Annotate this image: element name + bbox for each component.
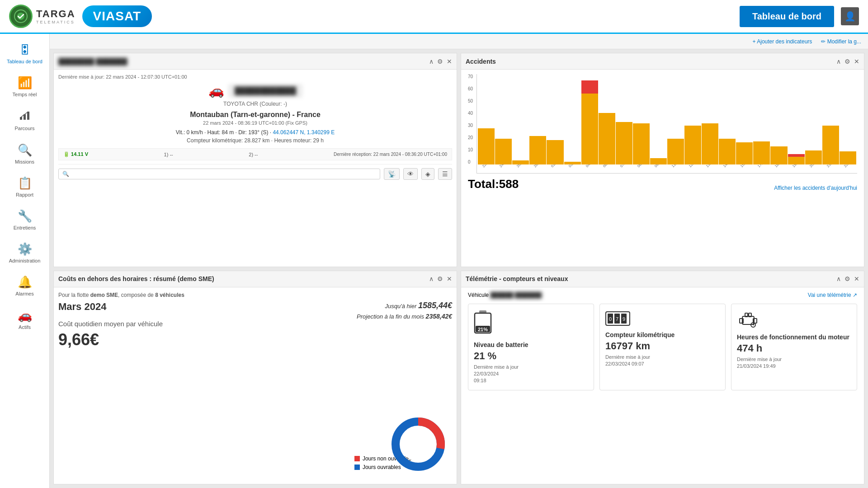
- accidents-close-icon[interactable]: ✕: [854, 58, 859, 65]
- vehicle-widget-title: ████████ ███████: [58, 58, 127, 65]
- parcours-icon: [19, 109, 31, 124]
- battery-card-sub: Dernière mise à jour 22/03/2024 09:18: [474, 364, 519, 385]
- odometer-card-value: 16797 km: [605, 340, 650, 352]
- costs-collapse-icon[interactable]: ∧: [429, 275, 434, 282]
- telemetry-body: Véhicule ██████ ███████ Vai une télémétr…: [461, 287, 864, 484]
- costs-header: Coûts en dehors des horaires : résumé (d…: [54, 271, 457, 287]
- telemetry-header: Télémétrie - compteurs et niveaux ∧ ⚙ ✕: [461, 271, 864, 287]
- sidebar: 🎛 Tableau de bord 📶 Temps réel Parcours …: [0, 34, 50, 488]
- battery-voltage: 14.11 V: [71, 151, 88, 157]
- telemetry-vehicle-row: Véhicule ██████ ███████ Vai une télémétr…: [468, 292, 857, 298]
- legend-red-dot: [354, 456, 360, 461]
- sidebar-item-temps-reel[interactable]: 📶 Temps réel: [0, 71, 49, 102]
- accidents-body: 70 60 50 40 30 20 10 0: [461, 70, 864, 267]
- y-axis: 70 60 50 40 30 20 10 0: [468, 74, 474, 174]
- sidebar-item-missions[interactable]: 🔍 Missions: [0, 139, 49, 169]
- telemetry-card-battery: 21% Niveau de batterie 21 % Dernière mis…: [468, 304, 594, 390]
- settings-icon[interactable]: ⚙: [437, 58, 443, 65]
- signal-button[interactable]: 📡: [384, 168, 400, 180]
- x-label-15: 15/03: [740, 164, 752, 168]
- admin-icon: ⚙️: [18, 242, 32, 256]
- targa-text-group: TARGA TELEMATICS: [36, 8, 75, 24]
- costs-title: Coûts en dehors des horaires : résumé (d…: [58, 275, 214, 282]
- x-label-9: 08/03: [637, 164, 649, 168]
- engine-icon: [737, 310, 760, 331]
- costs-projection: Jusqu'à hier 1585,44€ Projection à la fi…: [357, 301, 452, 320]
- tableau-de-bord-button[interactable]: Tableau de bord: [740, 6, 834, 27]
- x-label-5: 03/03: [568, 164, 580, 168]
- collapse-icon[interactable]: ∧: [429, 58, 434, 65]
- layers-button[interactable]: ◈: [421, 168, 434, 180]
- bar-yellow-9: [633, 123, 650, 164]
- sidebar-item-entretiens[interactable]: 🔧 Entretiens: [0, 205, 49, 235]
- sidebar-item-tableau-de-bord[interactable]: 🎛 Tableau de bord: [0, 38, 49, 69]
- legend-blue-dot: [354, 465, 360, 470]
- telemetry-close-icon[interactable]: ✕: [854, 275, 859, 282]
- accidents-widget: Accidents ∧ ⚙ ✕ 70 60 50 40: [461, 53, 864, 267]
- menu-button[interactable]: ☰: [438, 168, 452, 180]
- donut-chart: [389, 415, 448, 475]
- telemetry-settings-icon[interactable]: ⚙: [844, 275, 850, 282]
- accidents-settings-icon[interactable]: ⚙: [844, 58, 850, 65]
- bar-group-18: [788, 154, 805, 164]
- bar-yellow-17: [770, 146, 787, 164]
- accidents-link[interactable]: Afficher les accidents d'aujourd'hui: [774, 185, 857, 191]
- close-icon[interactable]: ✕: [447, 58, 452, 65]
- sidebar-item-parcours[interactable]: Parcours: [0, 104, 49, 136]
- y-label-0: 0: [468, 160, 473, 164]
- svg-rect-4: [27, 112, 29, 120]
- sidebar-item-alarmes[interactable]: 🔔 Alarmes: [0, 271, 49, 301]
- costs-body: Pour la flotte demo SME, composée de 8 v…: [54, 287, 457, 484]
- costs-settings-icon[interactable]: ⚙: [437, 275, 443, 282]
- odometer-icon: 0 7 9: [605, 310, 630, 329]
- header-right: Tableau de bord 👤: [740, 6, 859, 27]
- y-label-60: 60: [468, 86, 473, 91]
- x-label-7: 06/03: [602, 164, 614, 168]
- vehicle-info: Dernière mise à jour: 22 mars 2024 - 12:…: [58, 74, 452, 180]
- sidebar-label-entretiens: Entretiens: [14, 225, 36, 231]
- entretiens-icon: 🔧: [18, 209, 32, 223]
- bar-group-20: [822, 126, 839, 164]
- costs-projection-row: Projection à la fin du mois 2358,42€: [357, 313, 452, 320]
- bar-yellow-19: [805, 150, 822, 164]
- costs-period-label: Mars 2024 Coût quotidien moyen par véhic…: [58, 301, 163, 350]
- sidebar-label-missions: Missions: [15, 159, 34, 165]
- vehicle-plate: ████████████: [229, 84, 302, 97]
- accidents-collapse-icon[interactable]: ∧: [836, 58, 841, 65]
- edit-button[interactable]: ✏ Modifier la g...: [821, 38, 861, 45]
- accidents-controls: ∧ ⚙ ✕: [836, 58, 859, 65]
- user-icon[interactable]: 👤: [841, 7, 859, 25]
- telemetry-link[interactable]: Vai une télémétrie ↗: [808, 292, 857, 298]
- bar-yellow-4: [547, 140, 563, 164]
- sidebar-item-rapport[interactable]: 📋 Rapport: [0, 172, 49, 202]
- donut-svg: [389, 415, 448, 474]
- eye-button[interactable]: 👁: [403, 168, 418, 180]
- odometer-card-title: Compteur kilométrique: [605, 331, 675, 338]
- telemetry-widget: Télémétrie - compteurs et niveaux ∧ ⚙ ✕ …: [461, 271, 864, 485]
- content-toolbar: + Ajouter des indicateurs ✏ Modifier la …: [50, 34, 868, 49]
- costs-close-icon[interactable]: ✕: [447, 275, 452, 282]
- vehicle-coords-link[interactable]: 44.062447 N, 1.340299 E: [273, 129, 335, 136]
- costs-period: Mars 2024: [58, 301, 163, 313]
- add-indicators-button[interactable]: + Ajouter des indicateurs: [753, 38, 812, 45]
- bar-yellow-12: [684, 126, 701, 164]
- sidebar-item-actifs[interactable]: 🚗 Actifs: [0, 304, 49, 335]
- total-value: 588: [499, 177, 519, 191]
- bar-group-16: [753, 141, 770, 164]
- search-icon: 🔍: [62, 171, 69, 177]
- bar-group-7: [599, 113, 615, 164]
- bar-group-21: [840, 151, 856, 164]
- telemetry-collapse-icon[interactable]: ∧: [836, 275, 841, 282]
- search-box[interactable]: 🔍: [58, 169, 380, 179]
- bar-yellow-1: [495, 139, 512, 164]
- telemetry-vehicle-label: Véhicule ██████ ███████: [468, 292, 542, 298]
- x-label-11: 11/03: [671, 164, 683, 168]
- bar-group-17: [770, 146, 787, 164]
- bar-group-1: [495, 139, 512, 164]
- costs-daily-cost-value: 9,66€: [58, 330, 163, 349]
- bar-group-13: [702, 123, 718, 164]
- bar-red-6: [581, 80, 598, 94]
- x-label-6: 04/03: [585, 164, 597, 168]
- sidebar-item-administration[interactable]: ⚙️ Administration: [0, 238, 49, 268]
- bar-yellow-16: [753, 141, 770, 164]
